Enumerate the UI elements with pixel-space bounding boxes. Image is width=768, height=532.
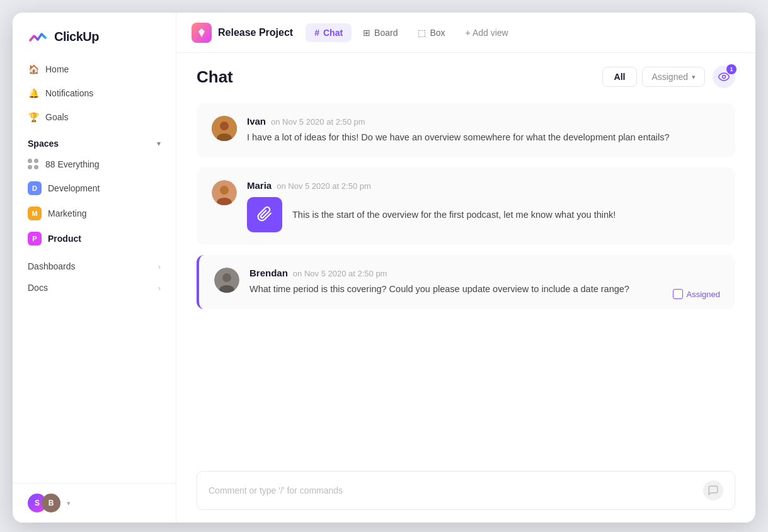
user-avatars: S B: [28, 494, 60, 512]
sidebar-item-notifications[interactable]: 🔔 Notifications: [20, 82, 168, 105]
message-ivan-text: I have a lot of ideas for this! Do we ha…: [247, 130, 720, 145]
message-ivan-meta: Ivan on Nov 5 2020 at 2:50 pm: [247, 116, 720, 127]
brand-name: ClickUp: [54, 30, 99, 44]
marketing-badge: M: [28, 207, 42, 220]
expandable-items: Dashboards › Docs ›: [13, 256, 176, 298]
chat-area: Chat All Assigned ▾ 1: [176, 53, 755, 523]
assigned-checkbox[interactable]: [673, 289, 683, 299]
chevron-right-docs-icon: ›: [158, 283, 161, 293]
filter-all-button[interactable]: All: [602, 67, 638, 87]
watch-badge: 1: [726, 64, 736, 74]
tab-bar: # Chat ⊞ Board ⬚ Box + Add view: [306, 23, 740, 42]
message-brendan-time: on Nov 5 2020 at 2:50 pm: [293, 269, 387, 278]
sidebar-item-notifications-label: Notifications: [45, 88, 93, 98]
message-maria-author: Maria: [247, 180, 272, 191]
main-nav: 🏠 Home 🔔 Notifications 🏆 Goals: [13, 58, 176, 128]
message-ivan-time: on Nov 5 2020 at 2:50 pm: [271, 117, 365, 127]
product-badge: P: [28, 232, 42, 246]
sidebar-item-development[interactable]: D Development: [20, 176, 168, 200]
svg-point-1: [723, 76, 726, 79]
trophy-icon: 🏆: [28, 111, 39, 123]
message-maria-text: This is the start of the overview for th…: [292, 208, 616, 222]
space-product-label: Product: [48, 234, 81, 244]
space-marketing-label: Marketing: [48, 208, 86, 218]
board-icon: ⊞: [363, 28, 370, 38]
space-everything-label: 88 Everything: [45, 159, 100, 169]
everything-icon: [28, 159, 39, 170]
send-message-icon[interactable]: [703, 480, 723, 501]
messages-list: Ivan on Nov 5 2020 at 2:50 pm I have a l…: [176, 98, 755, 463]
sidebar-item-dashboards[interactable]: Dashboards ›: [20, 256, 168, 277]
message-maria-meta: Maria on Nov 5 2020 at 2:50 pm: [247, 180, 720, 191]
add-view-button[interactable]: + Add view: [457, 23, 517, 42]
tab-chat-label: Chat: [323, 28, 343, 38]
add-view-label: + Add view: [466, 28, 508, 38]
tab-box[interactable]: ⬚ Box: [409, 23, 454, 42]
attachment-box: This is the start of the overview for th…: [247, 197, 720, 232]
sidebar-item-home[interactable]: 🏠 Home: [20, 58, 168, 81]
bell-icon: 🔔: [28, 88, 39, 99]
space-development-label: Development: [48, 183, 100, 193]
chat-title: Chat: [197, 67, 233, 87]
sidebar-item-docs[interactable]: Docs ›: [20, 277, 168, 298]
message-ivan-author: Ivan: [247, 116, 266, 127]
assigned-filter-label: Assigned: [651, 72, 688, 82]
hash-icon: #: [314, 28, 319, 38]
dashboards-label: Dashboards: [28, 261, 76, 271]
sidebar-item-everything[interactable]: 88 Everything: [20, 154, 168, 175]
attachment-file-icon[interactable]: [247, 197, 282, 232]
project-icon: [192, 23, 212, 43]
svg-point-9: [222, 273, 231, 282]
message-brendan-author: Brendan: [249, 268, 288, 278]
sidebar: ClickUp 🏠 Home 🔔 Notifications 🏆 Goals S…: [13, 13, 176, 523]
message-ivan: Ivan on Nov 5 2020 at 2:50 pm I have a l…: [197, 103, 735, 157]
message-brendan-body: Brendan on Nov 5 2020 at 2:50 pm What ti…: [249, 268, 720, 297]
sidebar-item-product[interactable]: P Product: [20, 227, 168, 251]
box-icon: ⬚: [418, 28, 426, 38]
chevron-assigned-icon: ▾: [692, 73, 696, 81]
message-brendan: Brendan on Nov 5 2020 at 2:50 pm What ti…: [197, 255, 735, 309]
sidebar-item-goals-label: Goals: [45, 112, 69, 122]
sidebar-footer: S B ▾: [13, 483, 176, 523]
watch-button[interactable]: 1: [713, 65, 735, 88]
avatar-brendan: [214, 268, 239, 293]
paperclip-icon: [256, 207, 273, 223]
home-icon: 🏠: [28, 64, 39, 75]
message-brendan-text: What time period is this covering? Could…: [249, 282, 720, 297]
message-brendan-meta: Brendan on Nov 5 2020 at 2:50 pm: [249, 268, 720, 278]
tab-chat[interactable]: # Chat: [306, 23, 352, 42]
spaces-section-header: Spaces ▾: [13, 128, 176, 154]
comment-input-area[interactable]: Comment or type '/' for commands: [197, 471, 735, 510]
assigned-label: Assigned: [687, 290, 720, 299]
clickup-logo-icon: [28, 26, 48, 47]
svg-point-6: [220, 186, 229, 195]
svg-marker-0: [198, 28, 205, 37]
message-ivan-body: Ivan on Nov 5 2020 at 2:50 pm I have a l…: [247, 116, 720, 145]
user-dropdown-arrow[interactable]: ▾: [67, 499, 71, 507]
tab-board[interactable]: ⊞ Board: [354, 23, 406, 42]
comment-placeholder: Comment or type '/' for commands: [209, 485, 343, 495]
sidebar-item-goals[interactable]: 🏆 Goals: [20, 106, 168, 128]
avatar-maria: [212, 180, 237, 205]
message-maria-time: on Nov 5 2020 at 2:50 pm: [277, 181, 371, 191]
chevron-down-icon[interactable]: ▾: [157, 139, 161, 148]
speech-bubble-icon: [708, 485, 719, 496]
development-badge: D: [28, 181, 42, 195]
chevron-right-dashboards-icon: ›: [158, 262, 161, 271]
eye-icon: [718, 72, 730, 81]
sidebar-item-home-label: Home: [45, 64, 69, 74]
assigned-tag: Assigned: [673, 289, 720, 299]
tab-board-label: Board: [374, 28, 398, 38]
chat-header: Chat All Assigned ▾ 1: [176, 53, 755, 98]
comment-bar: Comment or type '/' for commands: [176, 463, 755, 523]
message-maria: Maria on Nov 5 2020 at 2:50 pm This is t…: [197, 167, 735, 245]
message-maria-body: Maria on Nov 5 2020 at 2:50 pm This is t…: [247, 180, 720, 232]
docs-label: Docs: [28, 283, 48, 293]
main-content: Release Project # Chat ⊞ Board ⬚ Box + A…: [176, 13, 755, 523]
avatar-user-b: B: [42, 494, 60, 512]
svg-point-3: [220, 122, 229, 130]
sidebar-item-marketing[interactable]: M Marketing: [20, 201, 168, 225]
spaces-list: 88 Everything D Development M Marketing …: [13, 154, 176, 251]
filter-assigned-button[interactable]: Assigned ▾: [642, 67, 705, 87]
spaces-title: Spaces: [28, 139, 59, 149]
